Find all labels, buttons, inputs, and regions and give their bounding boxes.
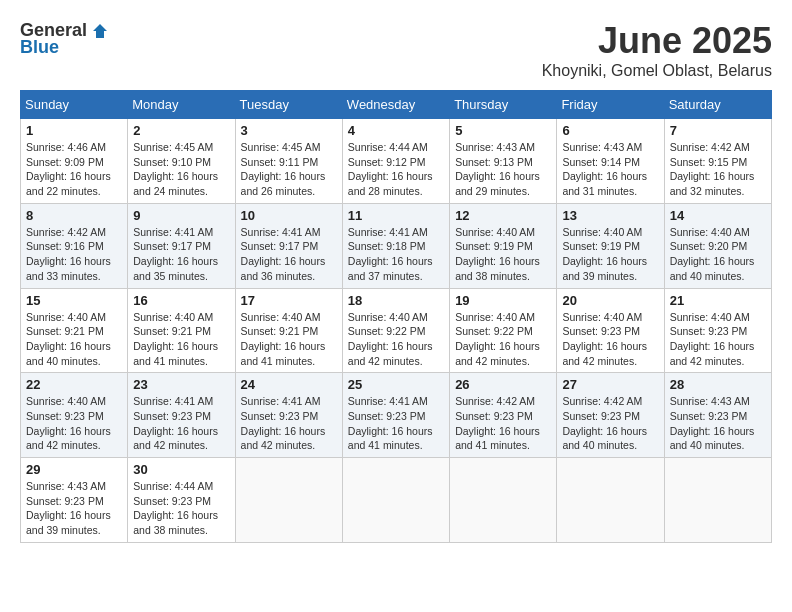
day-number: 30 bbox=[133, 462, 229, 477]
calendar-cell: 9Sunrise: 4:41 AMSunset: 9:17 PMDaylight… bbox=[128, 203, 235, 288]
day-number: 22 bbox=[26, 377, 122, 392]
day-number: 12 bbox=[455, 208, 551, 223]
calendar-cell bbox=[235, 458, 342, 543]
calendar-cell: 25Sunrise: 4:41 AMSunset: 9:23 PMDayligh… bbox=[342, 373, 449, 458]
calendar-cell: 4Sunrise: 4:44 AMSunset: 9:12 PMDaylight… bbox=[342, 119, 449, 204]
calendar-cell bbox=[450, 458, 557, 543]
weekday-header-tuesday: Tuesday bbox=[235, 91, 342, 119]
cell-content: Sunrise: 4:44 AMSunset: 9:23 PMDaylight:… bbox=[133, 479, 229, 538]
cell-content: Sunrise: 4:41 AMSunset: 9:17 PMDaylight:… bbox=[133, 225, 229, 284]
calendar-cell bbox=[664, 458, 771, 543]
cell-content: Sunrise: 4:41 AMSunset: 9:18 PMDaylight:… bbox=[348, 225, 444, 284]
day-number: 24 bbox=[241, 377, 337, 392]
day-number: 11 bbox=[348, 208, 444, 223]
cell-content: Sunrise: 4:41 AMSunset: 9:23 PMDaylight:… bbox=[348, 394, 444, 453]
day-number: 10 bbox=[241, 208, 337, 223]
cell-content: Sunrise: 4:40 AMSunset: 9:19 PMDaylight:… bbox=[562, 225, 658, 284]
cell-content: Sunrise: 4:40 AMSunset: 9:19 PMDaylight:… bbox=[455, 225, 551, 284]
day-number: 3 bbox=[241, 123, 337, 138]
calendar-cell bbox=[557, 458, 664, 543]
calendar-cell: 28Sunrise: 4:43 AMSunset: 9:23 PMDayligh… bbox=[664, 373, 771, 458]
cell-content: Sunrise: 4:42 AMSunset: 9:16 PMDaylight:… bbox=[26, 225, 122, 284]
weekday-header-monday: Monday bbox=[128, 91, 235, 119]
day-number: 7 bbox=[670, 123, 766, 138]
day-number: 26 bbox=[455, 377, 551, 392]
calendar-cell: 6Sunrise: 4:43 AMSunset: 9:14 PMDaylight… bbox=[557, 119, 664, 204]
weekday-header-thursday: Thursday bbox=[450, 91, 557, 119]
svg-marker-0 bbox=[93, 24, 107, 38]
weekday-header-friday: Friday bbox=[557, 91, 664, 119]
day-number: 13 bbox=[562, 208, 658, 223]
cell-content: Sunrise: 4:40 AMSunset: 9:21 PMDaylight:… bbox=[26, 310, 122, 369]
cell-content: Sunrise: 4:40 AMSunset: 9:20 PMDaylight:… bbox=[670, 225, 766, 284]
calendar-cell: 21Sunrise: 4:40 AMSunset: 9:23 PMDayligh… bbox=[664, 288, 771, 373]
cell-content: Sunrise: 4:41 AMSunset: 9:23 PMDaylight:… bbox=[241, 394, 337, 453]
logo-icon bbox=[91, 22, 109, 40]
calendar-cell: 1Sunrise: 4:46 AMSunset: 9:09 PMDaylight… bbox=[21, 119, 128, 204]
weekday-header-sunday: Sunday bbox=[21, 91, 128, 119]
day-number: 17 bbox=[241, 293, 337, 308]
calendar-cell: 14Sunrise: 4:40 AMSunset: 9:20 PMDayligh… bbox=[664, 203, 771, 288]
calendar-cell: 29Sunrise: 4:43 AMSunset: 9:23 PMDayligh… bbox=[21, 458, 128, 543]
cell-content: Sunrise: 4:45 AMSunset: 9:10 PMDaylight:… bbox=[133, 140, 229, 199]
day-number: 15 bbox=[26, 293, 122, 308]
cell-content: Sunrise: 4:45 AMSunset: 9:11 PMDaylight:… bbox=[241, 140, 337, 199]
day-number: 21 bbox=[670, 293, 766, 308]
cell-content: Sunrise: 4:46 AMSunset: 9:09 PMDaylight:… bbox=[26, 140, 122, 199]
day-number: 28 bbox=[670, 377, 766, 392]
calendar-cell: 24Sunrise: 4:41 AMSunset: 9:23 PMDayligh… bbox=[235, 373, 342, 458]
calendar-cell: 3Sunrise: 4:45 AMSunset: 9:11 PMDaylight… bbox=[235, 119, 342, 204]
cell-content: Sunrise: 4:42 AMSunset: 9:23 PMDaylight:… bbox=[562, 394, 658, 453]
cell-content: Sunrise: 4:41 AMSunset: 9:17 PMDaylight:… bbox=[241, 225, 337, 284]
cell-content: Sunrise: 4:40 AMSunset: 9:23 PMDaylight:… bbox=[26, 394, 122, 453]
logo: General Blue bbox=[20, 20, 109, 58]
day-number: 4 bbox=[348, 123, 444, 138]
cell-content: Sunrise: 4:40 AMSunset: 9:21 PMDaylight:… bbox=[241, 310, 337, 369]
day-number: 14 bbox=[670, 208, 766, 223]
calendar-cell: 13Sunrise: 4:40 AMSunset: 9:19 PMDayligh… bbox=[557, 203, 664, 288]
calendar-cell: 15Sunrise: 4:40 AMSunset: 9:21 PMDayligh… bbox=[21, 288, 128, 373]
calendar-cell: 20Sunrise: 4:40 AMSunset: 9:23 PMDayligh… bbox=[557, 288, 664, 373]
cell-content: Sunrise: 4:40 AMSunset: 9:23 PMDaylight:… bbox=[562, 310, 658, 369]
day-number: 18 bbox=[348, 293, 444, 308]
calendar-cell: 12Sunrise: 4:40 AMSunset: 9:19 PMDayligh… bbox=[450, 203, 557, 288]
calendar-cell: 10Sunrise: 4:41 AMSunset: 9:17 PMDayligh… bbox=[235, 203, 342, 288]
calendar-cell: 17Sunrise: 4:40 AMSunset: 9:21 PMDayligh… bbox=[235, 288, 342, 373]
cell-content: Sunrise: 4:43 AMSunset: 9:14 PMDaylight:… bbox=[562, 140, 658, 199]
day-number: 23 bbox=[133, 377, 229, 392]
calendar-cell: 2Sunrise: 4:45 AMSunset: 9:10 PMDaylight… bbox=[128, 119, 235, 204]
calendar: SundayMondayTuesdayWednesdayThursdayFrid… bbox=[20, 90, 772, 543]
day-number: 1 bbox=[26, 123, 122, 138]
cell-content: Sunrise: 4:43 AMSunset: 9:13 PMDaylight:… bbox=[455, 140, 551, 199]
calendar-cell: 19Sunrise: 4:40 AMSunset: 9:22 PMDayligh… bbox=[450, 288, 557, 373]
calendar-cell: 27Sunrise: 4:42 AMSunset: 9:23 PMDayligh… bbox=[557, 373, 664, 458]
day-number: 2 bbox=[133, 123, 229, 138]
cell-content: Sunrise: 4:41 AMSunset: 9:23 PMDaylight:… bbox=[133, 394, 229, 453]
calendar-cell: 30Sunrise: 4:44 AMSunset: 9:23 PMDayligh… bbox=[128, 458, 235, 543]
day-number: 5 bbox=[455, 123, 551, 138]
cell-content: Sunrise: 4:42 AMSunset: 9:23 PMDaylight:… bbox=[455, 394, 551, 453]
weekday-header-wednesday: Wednesday bbox=[342, 91, 449, 119]
cell-content: Sunrise: 4:42 AMSunset: 9:15 PMDaylight:… bbox=[670, 140, 766, 199]
calendar-cell: 16Sunrise: 4:40 AMSunset: 9:21 PMDayligh… bbox=[128, 288, 235, 373]
day-number: 29 bbox=[26, 462, 122, 477]
day-number: 25 bbox=[348, 377, 444, 392]
calendar-cell: 8Sunrise: 4:42 AMSunset: 9:16 PMDaylight… bbox=[21, 203, 128, 288]
day-number: 16 bbox=[133, 293, 229, 308]
day-number: 6 bbox=[562, 123, 658, 138]
cell-content: Sunrise: 4:40 AMSunset: 9:23 PMDaylight:… bbox=[670, 310, 766, 369]
day-number: 19 bbox=[455, 293, 551, 308]
calendar-cell bbox=[342, 458, 449, 543]
calendar-cell: 7Sunrise: 4:42 AMSunset: 9:15 PMDaylight… bbox=[664, 119, 771, 204]
calendar-cell: 18Sunrise: 4:40 AMSunset: 9:22 PMDayligh… bbox=[342, 288, 449, 373]
cell-content: Sunrise: 4:40 AMSunset: 9:22 PMDaylight:… bbox=[348, 310, 444, 369]
location-title: Khoyniki, Gomel Oblast, Belarus bbox=[542, 62, 772, 80]
day-number: 9 bbox=[133, 208, 229, 223]
logo-blue: Blue bbox=[20, 37, 59, 58]
calendar-cell: 26Sunrise: 4:42 AMSunset: 9:23 PMDayligh… bbox=[450, 373, 557, 458]
day-number: 20 bbox=[562, 293, 658, 308]
calendar-cell: 22Sunrise: 4:40 AMSunset: 9:23 PMDayligh… bbox=[21, 373, 128, 458]
day-number: 8 bbox=[26, 208, 122, 223]
month-title: June 2025 bbox=[542, 20, 772, 62]
cell-content: Sunrise: 4:43 AMSunset: 9:23 PMDaylight:… bbox=[670, 394, 766, 453]
